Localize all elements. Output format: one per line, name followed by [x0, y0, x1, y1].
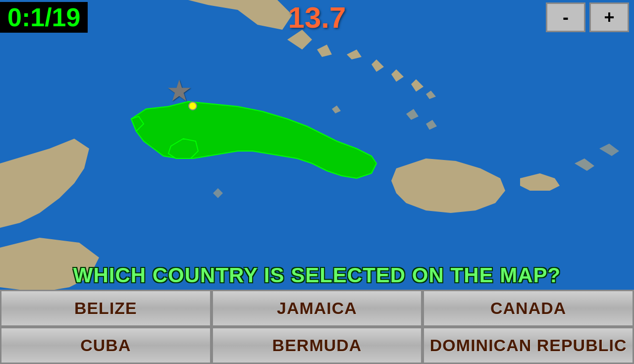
score-display: 0:1/19: [0, 2, 88, 33]
answer-cuba[interactable]: CUBA: [0, 327, 211, 364]
zoom-in-button[interactable]: +: [589, 2, 629, 32]
answers-grid: BELIZE JAMAICA CANADA CUBA BERMUDA DOMIN…: [0, 290, 634, 364]
answer-belize[interactable]: BELIZE: [0, 290, 211, 327]
zoom-out-button[interactable]: -: [546, 2, 585, 32]
timer-display: 13.7: [288, 0, 346, 35]
answer-jamaica[interactable]: JAMAICA: [211, 290, 423, 327]
question-text: WHICH COUNTRY IS SELECTED ON THE MAP?: [0, 261, 634, 290]
answer-bermuda[interactable]: BERMUDA: [211, 327, 423, 364]
zoom-controls: - +: [546, 2, 634, 32]
answer-canada[interactable]: CANADA: [423, 290, 634, 327]
answer-dominican-republic[interactable]: DOMINICAN REPUBLIC: [423, 327, 634, 364]
question-area: WHICH COUNTRY IS SELECTED ON THE MAP?: [0, 261, 634, 290]
header: 0:1/19 13.7 - +: [0, 0, 634, 35]
